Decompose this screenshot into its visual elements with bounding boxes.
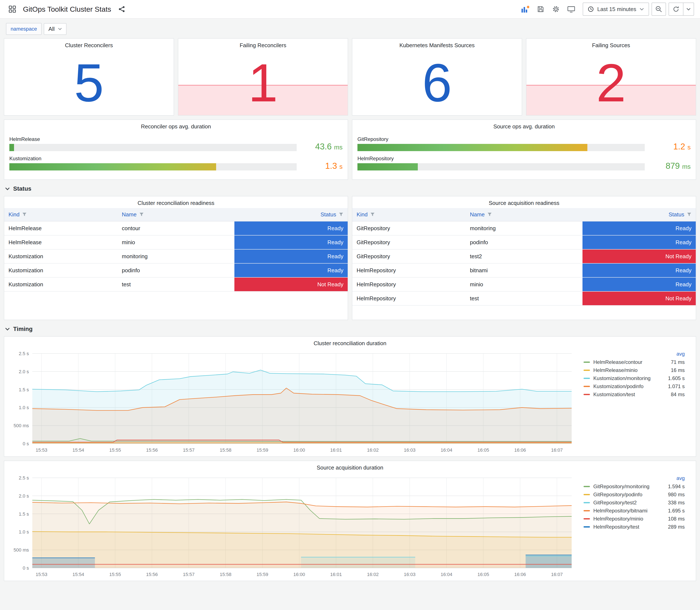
series-name: HelmRepository/minio: [593, 516, 643, 522]
legend-item[interactable]: Kustomization/monitoring1.605 s: [584, 374, 685, 382]
svg-text:1.0 s: 1.0 s: [19, 405, 29, 410]
svg-text:16:02: 16:02: [367, 447, 379, 453]
table-row: HelmReleaseminioReady: [4, 235, 348, 249]
dashboards-grid-icon[interactable]: [6, 3, 19, 16]
legend-item[interactable]: HelmRepository/test289 ms: [584, 523, 685, 531]
variable-namespace-select[interactable]: All: [44, 23, 66, 35]
refresh-button[interactable]: [669, 3, 683, 15]
tv-mode-button[interactable]: [565, 3, 577, 16]
column-header-status[interactable]: Status: [583, 208, 696, 221]
svg-text:15:55: 15:55: [109, 572, 121, 577]
panel-cluster-reconciliation-duration: Cluster reconciliation duration 15:5315:…: [4, 336, 696, 457]
add-panel-button[interactable]: [519, 3, 532, 16]
legend-item[interactable]: Kustomization/podinfo1.071 s: [584, 382, 685, 390]
svg-text:15:54: 15:54: [72, 447, 84, 453]
panel-title[interactable]: Reconciler ops avg. duration: [4, 120, 348, 131]
panel-source-acquisition-duration: Source acquisition duration 15:5315:5415…: [4, 461, 696, 581]
panel-title[interactable]: Source acquisition duration: [4, 461, 696, 473]
cell-kind: Kustomization: [4, 263, 117, 277]
panel-title[interactable]: Cluster reconciliation duration: [4, 337, 696, 348]
stat-value: 6: [422, 56, 452, 110]
panel-reconciler-ops-duration: Reconciler ops avg. duration HelmRelease…: [4, 119, 348, 180]
table-row: GitRepositorypodinfoReady: [352, 235, 696, 249]
filter-icon[interactable]: [139, 212, 144, 217]
column-header-kind[interactable]: Kind: [352, 208, 466, 221]
svg-text:16:03: 16:03: [404, 572, 416, 577]
cell-name: podinfo: [117, 263, 234, 277]
svg-text:16:01: 16:01: [330, 572, 342, 577]
filter-icon[interactable]: [22, 212, 27, 217]
legend-avg-header: avg: [584, 351, 685, 357]
cell-kind: HelmRepository: [352, 263, 466, 277]
panel-title[interactable]: Cluster Reconcilers: [4, 39, 174, 50]
legend-item[interactable]: GitRepository/monitoring1.594 s: [584, 482, 685, 491]
dashboard-toolbar: GitOps Toolkit Cluster Stats Last 15 min…: [0, 0, 700, 19]
table-row: HelmRepositorytestNot Ready: [352, 291, 696, 305]
filter-icon[interactable]: [487, 212, 492, 217]
gauge-label: HelmRepository: [357, 156, 645, 162]
timeseries-plot[interactable]: 15:5315:5415:5515:5615:5715:5815:5916:00…: [6, 473, 577, 579]
section-label: Timing: [13, 326, 33, 333]
variable-namespace-label[interactable]: namespace: [6, 23, 42, 35]
cell-kind: HelmRelease: [4, 235, 117, 249]
series-name: GitRepository/test2: [593, 500, 637, 505]
status-badge: Ready: [234, 235, 348, 249]
bar-gauge-fill: [357, 163, 418, 171]
svg-text:15:55: 15:55: [109, 447, 121, 453]
page-title: GitOps Toolkit Cluster Stats: [23, 5, 111, 13]
panel-title[interactable]: Source acquisition readiness: [352, 196, 696, 208]
series-avg-value: 338 ms: [668, 500, 685, 505]
legend-item[interactable]: HelmRepository/bitnami1.695 s: [584, 507, 685, 515]
series-name: Kustomization/podinfo: [593, 383, 644, 389]
panel-title[interactable]: Cluster reconciliation readiness: [4, 196, 348, 208]
panel-title[interactable]: Failing Sources: [526, 39, 696, 50]
bar-gauge-track: [9, 144, 297, 151]
gauge-label: Kustomization: [9, 156, 297, 162]
panel-title[interactable]: Kubernetes Manifests Sources: [352, 39, 522, 50]
panel-title[interactable]: Failing Reconcilers: [178, 39, 348, 50]
svg-text:16:00: 16:00: [293, 572, 305, 577]
table-row: HelmRepositorybitnamiReady: [352, 263, 696, 277]
series-color-mark: [584, 362, 590, 363]
save-dashboard-button[interactable]: [534, 3, 547, 16]
column-header-name[interactable]: Name: [117, 208, 234, 221]
cell-kind: GitRepository: [352, 235, 466, 249]
time-range-picker[interactable]: Last 15 minutes: [583, 2, 649, 16]
dashboard-settings-button[interactable]: [550, 3, 562, 16]
bar-gauge-row: HelmRepository 879 ms: [357, 156, 691, 171]
cell-name: test: [466, 291, 582, 305]
table-row: HelmRepositoryminioReady: [352, 277, 696, 291]
bar-gauge-track: [357, 163, 645, 171]
bar-gauge-fill: [357, 144, 587, 151]
gauge-value: 879 ms: [652, 162, 691, 171]
svg-text:2.0 s: 2.0 s: [19, 369, 29, 374]
refresh-interval-dropdown[interactable]: [683, 3, 694, 15]
cell-name: test2: [466, 249, 582, 263]
timeseries-plot[interactable]: 15:5315:5415:5515:5615:5715:5815:5916:00…: [6, 349, 577, 455]
row-toggle-timing[interactable]: Timing: [4, 320, 696, 336]
column-header-kind[interactable]: Kind: [4, 208, 117, 221]
filter-icon[interactable]: [339, 212, 343, 217]
chart-legend: avgHelmRelease/contour71 msHelmRelease/m…: [577, 349, 689, 399]
legend-item[interactable]: Kustomization/test84 ms: [584, 390, 685, 399]
legend-item[interactable]: HelmRelease/contour71 ms: [584, 358, 685, 366]
row-toggle-status[interactable]: Status: [4, 180, 696, 196]
legend-item[interactable]: GitRepository/podinfo980 ms: [584, 491, 685, 499]
zoom-out-time-button[interactable]: [652, 2, 666, 16]
legend-item[interactable]: HelmRelease/minio16 ms: [584, 366, 685, 374]
legend-item[interactable]: GitRepository/test2338 ms: [584, 499, 685, 507]
column-header-name[interactable]: Name: [466, 208, 582, 221]
legend-item[interactable]: HelmRepository/minio108 ms: [584, 515, 685, 523]
share-icon[interactable]: [115, 3, 128, 16]
series-name: Kustomization/monitoring: [593, 375, 650, 381]
filter-icon[interactable]: [687, 212, 691, 217]
svg-text:0 s: 0 s: [23, 565, 29, 571]
svg-text:500 ms: 500 ms: [14, 423, 29, 428]
filter-icon[interactable]: [370, 212, 375, 217]
status-badge: Ready: [583, 235, 696, 249]
table-row: GitRepositorymonitoringReady: [352, 221, 696, 235]
panel-title[interactable]: Source ops avg. duration: [352, 120, 696, 131]
column-header-status[interactable]: Status: [234, 208, 348, 221]
svg-text:15:57: 15:57: [183, 447, 195, 453]
cell-name: minio: [466, 277, 582, 291]
